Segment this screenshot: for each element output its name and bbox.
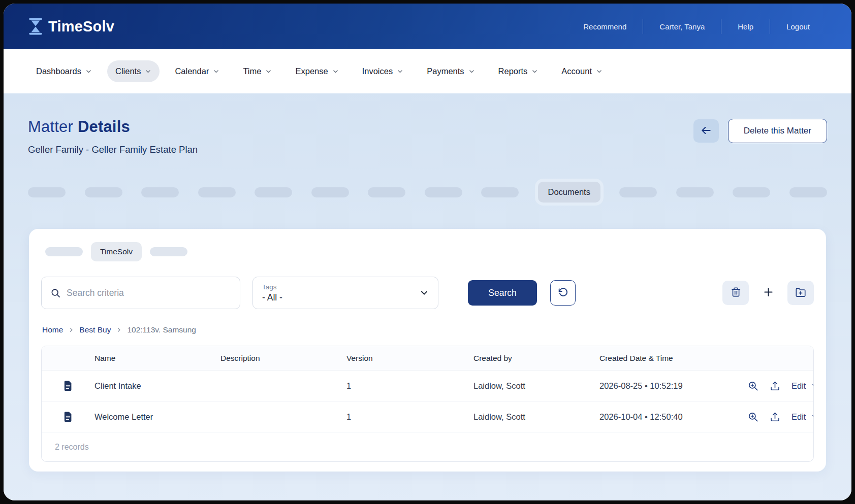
breadcrumb-home[interactable]: Home (42, 325, 63, 334)
tags-select[interactable]: Tags - All - (252, 277, 438, 309)
nav-item-dashboards[interactable]: Dashboards (28, 60, 100, 82)
skeleton-tab (619, 187, 657, 197)
skeleton-tab (141, 187, 179, 197)
records-count: 2 records (55, 443, 89, 452)
table-row[interactable]: Client Intake 1 Laidlow, Scott 2026-08-2… (42, 371, 813, 401)
page-content: Matter Details Geller Family - Geller Fa… (4, 93, 851, 500)
page-header-actions: Delete this Matter (693, 119, 827, 143)
add-folder-button[interactable] (787, 281, 814, 305)
edit-button[interactable]: Edit (791, 381, 814, 391)
logout-link[interactable]: Logout (770, 19, 826, 34)
skeleton-tab (150, 247, 187, 256)
nav-item-reports[interactable]: Reports (490, 60, 547, 82)
refresh-icon (557, 287, 568, 299)
top-links: Recommend Carter, Tanya Help Logout (567, 19, 826, 34)
table-footer: 2 records (42, 432, 813, 461)
search-button[interactable]: Search (468, 280, 537, 306)
upload-icon[interactable] (770, 412, 780, 422)
document-icon (42, 380, 94, 391)
skeleton-tab (45, 247, 83, 256)
documents-table: Name Description Version Created by Crea… (41, 346, 814, 462)
chevron-down-icon (397, 68, 403, 75)
brand-logo: TimeSolv (28, 18, 114, 35)
nav-item-clients[interactable]: Clients (107, 60, 160, 82)
document-created-date: 2026-10-04 • 12:50:40 (599, 412, 748, 422)
main-navbar: Dashboards Clients Calendar Time Expense… (4, 49, 851, 93)
chevron-down-icon (332, 68, 339, 75)
skeleton-tab (789, 187, 827, 197)
reset-refresh-button[interactable] (550, 280, 576, 306)
delete-matter-button[interactable]: Delete this Matter (728, 119, 827, 143)
nav-item-payments[interactable]: Payments (419, 60, 483, 82)
breadcrumb-best-buy[interactable]: Best Buy (79, 325, 111, 334)
table-header-row: Name Description Version Created by Crea… (42, 346, 813, 371)
page-header: Matter Details Geller Family - Geller Fa… (28, 118, 827, 155)
chevron-right-icon (68, 327, 74, 333)
nav-item-time[interactable]: Time (235, 60, 280, 82)
upload-icon[interactable] (770, 381, 780, 391)
page-title-emphasis: Details (78, 118, 130, 136)
nav-label: Account (561, 66, 592, 76)
recommend-link[interactable]: Recommend (567, 19, 643, 34)
nav-label: Dashboards (36, 66, 81, 76)
preview-zoom-icon[interactable] (748, 412, 758, 422)
skeleton-tab (676, 187, 714, 197)
nav-label: Time (243, 66, 261, 76)
edit-label: Edit (791, 412, 806, 422)
tab-timesolv[interactable]: TimeSolv (91, 242, 142, 261)
nav-label: Reports (498, 66, 528, 76)
chevron-down-icon[interactable] (811, 381, 814, 391)
preview-zoom-icon[interactable] (748, 381, 758, 391)
document-created-by: Laidlow, Scott (473, 381, 599, 391)
table-row[interactable]: Welcome Letter 1 Laidlow, Scott 2026-10-… (42, 401, 813, 432)
row-actions: Edit (748, 381, 814, 391)
page-title-prefix: Matter (28, 118, 78, 136)
nav-label: Payments (427, 66, 464, 76)
skeleton-tab (425, 187, 462, 197)
column-header-name: Name (94, 354, 220, 363)
column-header-created-date: Created Date & Time (599, 354, 748, 363)
nav-label: Invoices (362, 66, 393, 76)
nav-label: Expense (295, 66, 328, 76)
page-title-block: Matter Details Geller Family - Geller Fa… (28, 118, 198, 155)
skeleton-tab (733, 187, 770, 197)
delete-document-button[interactable] (722, 281, 749, 305)
skeleton-tab (85, 187, 122, 197)
hourglass-logo-icon (28, 18, 43, 35)
add-document-button[interactable] (755, 281, 781, 305)
breadcrumb: Home Best Buy 102:113v. Samsung (41, 325, 814, 334)
help-link[interactable]: Help (721, 19, 770, 34)
breadcrumb-current: 102:113v. Samsung (127, 325, 196, 334)
skeleton-tab (255, 187, 292, 197)
plus-icon (763, 286, 774, 299)
chevron-down-icon (145, 68, 151, 75)
document-created-by: Laidlow, Scott (473, 412, 599, 422)
documents-card: TimeSolv Tags - All - (29, 229, 826, 472)
matter-subtitle: Geller Family - Geller Family Estate Pla… (28, 144, 198, 155)
tab-documents[interactable]: Documents (538, 182, 600, 203)
nav-item-expense[interactable]: Expense (287, 60, 346, 82)
column-header-version: Version (346, 354, 473, 363)
chevron-down-icon (265, 68, 272, 75)
page-title: Matter Details (28, 118, 198, 136)
skeleton-tab (368, 187, 405, 197)
nav-item-calendar[interactable]: Calendar (167, 60, 228, 82)
chevron-down-icon (468, 68, 475, 75)
chevron-down-icon (85, 68, 92, 75)
document-name[interactable]: Client Intake (94, 381, 220, 391)
trash-icon (731, 287, 741, 299)
nav-item-invoices[interactable]: Invoices (354, 60, 412, 82)
document-created-date: 2026-08-25 • 10:52:19 (599, 381, 748, 391)
back-button[interactable] (693, 119, 719, 143)
nav-item-account[interactable]: Account (553, 60, 611, 82)
nav-label: Clients (115, 66, 141, 76)
row-actions: Edit (748, 412, 814, 422)
edit-button[interactable]: Edit (791, 412, 814, 422)
search-input[interactable] (67, 288, 231, 298)
app-window: TimeSolv Recommend Carter, Tanya Help Lo… (4, 4, 851, 500)
user-menu[interactable]: Carter, Tanya (643, 19, 721, 34)
tags-value: - All - (262, 292, 420, 303)
brand-name: TimeSolv (48, 18, 114, 35)
chevron-down-icon[interactable] (811, 412, 814, 422)
document-name[interactable]: Welcome Letter (94, 412, 220, 422)
